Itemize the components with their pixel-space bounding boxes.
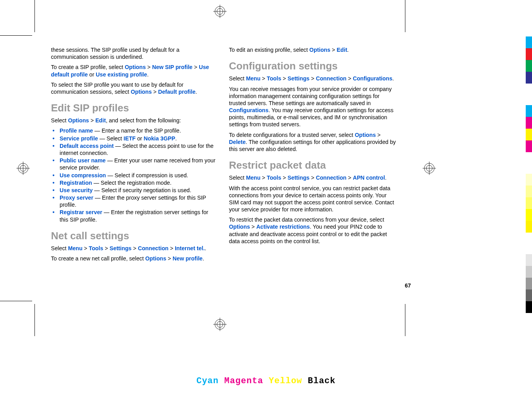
- body-text: With the access point control service, y…: [229, 185, 396, 213]
- option-name: Public user name: [60, 157, 105, 164]
- option-name: Registrar server: [60, 209, 102, 215]
- option-name: Use security: [60, 187, 93, 193]
- ui-path: Options: [125, 64, 146, 70]
- ui-path: Connection: [316, 175, 347, 181]
- black-label: Black: [308, 376, 336, 386]
- section-heading: Restrict packet data: [229, 159, 396, 172]
- text: To restrict the packet data connections …: [229, 217, 384, 223]
- option-name: IETF: [123, 135, 136, 142]
- option-desc: — Select if compression is used.: [106, 172, 188, 178]
- text: To create a SIP profile, select: [51, 64, 125, 70]
- text: To edit an existing profile, select: [229, 47, 309, 53]
- text: You can receive messages from your servi…: [229, 86, 392, 106]
- list-item: Proxy server — Enter the proxy server se…: [51, 194, 218, 208]
- ui-path: Settings: [110, 245, 132, 251]
- body-text: Select Options > Edit, and select from t…: [51, 117, 218, 124]
- ui-path: Menu: [68, 245, 82, 251]
- ui-path: Tools: [267, 175, 281, 181]
- body-text: Select Menu > Tools > Settings > Connect…: [229, 75, 396, 82]
- body-text: To create a SIP profile, select Options …: [51, 64, 218, 78]
- crop-mark: [34, 0, 35, 32]
- ui-path: Tools: [267, 75, 281, 82]
- ui-path: Options: [355, 132, 376, 138]
- ui-path: Connection: [138, 245, 169, 251]
- ui-path: Options: [229, 224, 250, 230]
- text: Select: [51, 245, 68, 251]
- crop-mark: [34, 304, 35, 336]
- registration-mark-icon: [423, 162, 436, 175]
- page-number: 67: [405, 282, 411, 289]
- section-heading: Configuration settings: [229, 60, 396, 73]
- option-desc: — Select the registration mode.: [92, 180, 172, 186]
- option-desc: — Enter a name for the SIP profile.: [93, 127, 181, 134]
- ui-path: Options: [68, 117, 89, 124]
- ui-path: Edit: [337, 47, 347, 53]
- text: Select: [229, 175, 246, 181]
- ui-path: New SIP profile: [152, 64, 192, 70]
- text: Select: [51, 117, 68, 124]
- column-right: To edit an existing profile, select Opti…: [229, 46, 396, 265]
- ui-path: Options: [131, 89, 152, 95]
- body-text: To edit an existing profile, select Opti…: [229, 46, 396, 53]
- body-text: these sessions. The SIP profile used by …: [51, 46, 218, 60]
- text: or: [88, 71, 96, 78]
- magenta-label: Magenta: [224, 376, 263, 386]
- crop-mark: [405, 304, 405, 336]
- ui-path: APN control: [353, 175, 385, 181]
- option-name: Proxy server: [60, 195, 93, 201]
- list-item: Default access point — Select the access…: [51, 142, 218, 156]
- list-item: Registration — Select the registration m…: [51, 179, 218, 186]
- text: . The configuration settings for other a…: [229, 139, 396, 152]
- ui-path: Tools: [89, 245, 103, 251]
- ui-path: Menu: [246, 75, 260, 82]
- ui-path: Options: [309, 47, 330, 53]
- ui-path: Connection: [316, 75, 347, 82]
- cyan-label: Cyan: [196, 376, 219, 386]
- ui-path: Default profile: [158, 89, 195, 95]
- text: To create a new net call profile, select: [51, 255, 145, 262]
- option-name: Default access point: [60, 143, 114, 149]
- option-name: Service profile: [60, 135, 98, 142]
- registration-mark-icon: [213, 5, 227, 18]
- body-text: To delete configurations for a trusted s…: [229, 131, 396, 153]
- color-bars: [526, 0, 532, 393]
- registration-mark-icon: [213, 318, 227, 331]
- ui-path: Internet tel.: [175, 245, 205, 251]
- body-text: To select the SIP profile you want to us…: [51, 81, 218, 95]
- text: To delete configurations for a trusted s…: [229, 132, 355, 138]
- section-heading: Edit SIP profiles: [51, 102, 218, 115]
- ui-path: Menu: [246, 175, 260, 181]
- option-name: Use compression: [60, 172, 106, 178]
- text: , and select from the following:: [106, 117, 181, 124]
- text: Select: [229, 75, 246, 82]
- section-heading: Net call settings: [51, 229, 218, 242]
- list-item: Service profile — Select IETF or Nokia 3…: [51, 135, 218, 142]
- ui-path: Settings: [288, 75, 310, 82]
- list-item: Public user name — Enter your user name …: [51, 157, 218, 171]
- crop-mark: [0, 301, 32, 301]
- ui-path: Configurations: [229, 107, 269, 113]
- option-name: Nokia 3GPP: [144, 135, 175, 142]
- body-text: To restrict the packet data connections …: [229, 216, 396, 245]
- list-item: Use security — Select if security negoti…: [51, 187, 218, 194]
- ui-path: Options: [145, 255, 167, 262]
- registration-mark-icon: [16, 162, 30, 175]
- column-left: these sessions. The SIP profile used by …: [51, 46, 218, 265]
- list-item: Use compression — Select if compression …: [51, 172, 218, 179]
- option-desc: — Select if security negotiation is used…: [93, 187, 191, 193]
- content-area: these sessions. The SIP profile used by …: [51, 46, 396, 265]
- list-item: Profile name — Enter a name for the SIP …: [51, 127, 218, 134]
- ui-path: Edit: [95, 117, 106, 124]
- page-frame: these sessions. The SIP profile used by …: [34, 35, 405, 301]
- ui-path: Use existing profile: [96, 71, 147, 78]
- list-item: Registrar server — Enter the registratio…: [51, 209, 218, 223]
- option-name: Registration: [60, 180, 92, 186]
- text: — Select: [98, 135, 123, 142]
- ui-path: Delete: [229, 139, 246, 145]
- ui-path: Activate restrictions: [256, 224, 310, 230]
- body-text: You can receive messages from your servi…: [229, 86, 396, 128]
- body-text: To create a new net call profile, select…: [51, 255, 218, 262]
- crop-mark: [405, 0, 405, 32]
- body-text: Select Menu > Tools > Settings > Connect…: [229, 174, 396, 181]
- body-text: Select Menu > Tools > Settings > Connect…: [51, 245, 218, 252]
